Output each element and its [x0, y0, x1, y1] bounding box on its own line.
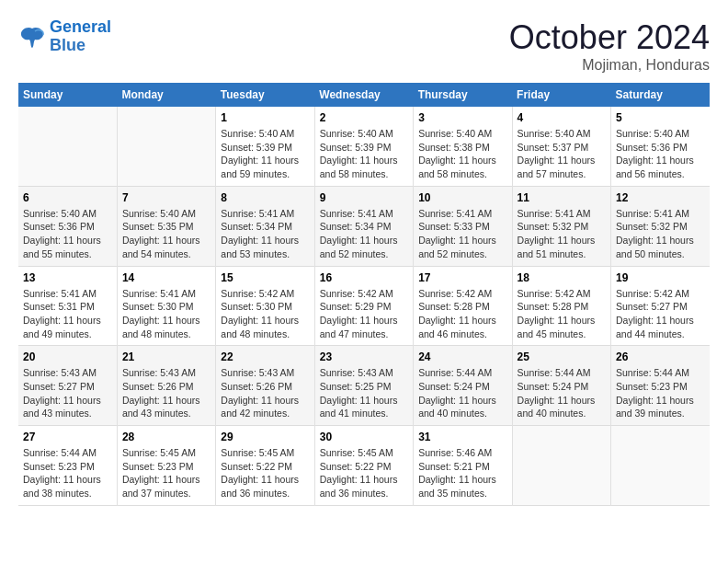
day-number: 20 [23, 350, 112, 363]
calendar-cell: 19 Sunrise: 5:42 AM Sunset: 5:27 PM Dayl… [611, 266, 710, 346]
calendar-week-1: 1 Sunrise: 5:40 AM Sunset: 5:39 PM Dayli… [18, 107, 710, 186]
day-number: 19 [616, 271, 705, 284]
weekday-header-tuesday: Tuesday [216, 83, 314, 107]
calendar-cell: 5 Sunrise: 5:40 AM Sunset: 5:36 PM Dayli… [611, 107, 710, 186]
day-info: Sunrise: 5:46 AM Sunset: 5:21 PM Dayligh… [418, 446, 506, 500]
logo-text: GeneralBlue [50, 18, 111, 55]
day-number: 23 [320, 350, 408, 363]
day-number: 16 [320, 271, 408, 284]
calendar-cell: 8 Sunrise: 5:41 AM Sunset: 5:34 PM Dayli… [216, 186, 314, 266]
weekday-header-monday: Monday [117, 83, 215, 107]
day-info: Sunrise: 5:43 AM Sunset: 5:27 PM Dayligh… [23, 366, 112, 420]
calendar-cell: 4 Sunrise: 5:40 AM Sunset: 5:37 PM Dayli… [512, 107, 610, 186]
day-info: Sunrise: 5:41 AM Sunset: 5:30 PM Dayligh… [122, 287, 210, 341]
calendar-cell: 25 Sunrise: 5:44 AM Sunset: 5:24 PM Dayl… [512, 346, 610, 426]
calendar-cell: 6 Sunrise: 5:40 AM Sunset: 5:36 PM Dayli… [18, 186, 117, 266]
day-number: 10 [418, 191, 506, 204]
calendar-cell: 16 Sunrise: 5:42 AM Sunset: 5:29 PM Dayl… [314, 266, 413, 346]
calendar-cell: 9 Sunrise: 5:41 AM Sunset: 5:34 PM Dayli… [314, 186, 413, 266]
calendar-cell: 21 Sunrise: 5:43 AM Sunset: 5:26 PM Dayl… [117, 346, 215, 426]
day-number: 3 [418, 111, 506, 124]
day-info: Sunrise: 5:44 AM Sunset: 5:23 PM Dayligh… [616, 366, 705, 420]
calendar-week-2: 6 Sunrise: 5:40 AM Sunset: 5:36 PM Dayli… [18, 186, 710, 266]
day-info: Sunrise: 5:40 AM Sunset: 5:36 PM Dayligh… [616, 127, 705, 181]
day-info: Sunrise: 5:45 AM Sunset: 5:22 PM Dayligh… [320, 446, 408, 500]
location-title: Mojiman, Honduras [509, 57, 710, 74]
calendar-cell: 28 Sunrise: 5:45 AM Sunset: 5:23 PM Dayl… [117, 426, 215, 506]
day-number: 25 [518, 350, 606, 363]
day-info: Sunrise: 5:44 AM Sunset: 5:23 PM Dayligh… [23, 446, 112, 500]
calendar-cell: 17 Sunrise: 5:42 AM Sunset: 5:28 PM Dayl… [414, 266, 512, 346]
calendar-cell: 29 Sunrise: 5:45 AM Sunset: 5:22 PM Dayl… [216, 426, 314, 506]
calendar-cell: 1 Sunrise: 5:40 AM Sunset: 5:39 PM Dayli… [216, 107, 314, 186]
day-info: Sunrise: 5:40 AM Sunset: 5:36 PM Dayligh… [23, 207, 112, 261]
calendar-cell: 27 Sunrise: 5:44 AM Sunset: 5:23 PM Dayl… [18, 426, 117, 506]
day-info: Sunrise: 5:43 AM Sunset: 5:25 PM Dayligh… [320, 366, 408, 420]
calendar-cell: 14 Sunrise: 5:41 AM Sunset: 5:30 PM Dayl… [117, 266, 215, 346]
day-number: 15 [221, 271, 309, 284]
day-info: Sunrise: 5:42 AM Sunset: 5:30 PM Dayligh… [221, 287, 309, 341]
logo: GeneralBlue [18, 18, 111, 55]
day-info: Sunrise: 5:43 AM Sunset: 5:26 PM Dayligh… [122, 366, 210, 420]
day-number: 4 [518, 111, 606, 124]
day-info: Sunrise: 5:41 AM Sunset: 5:32 PM Dayligh… [518, 207, 606, 261]
calendar-cell [512, 426, 610, 506]
calendar-cell: 15 Sunrise: 5:42 AM Sunset: 5:30 PM Dayl… [216, 266, 314, 346]
calendar-cell: 20 Sunrise: 5:43 AM Sunset: 5:27 PM Dayl… [18, 346, 117, 426]
calendar-cell: 3 Sunrise: 5:40 AM Sunset: 5:38 PM Dayli… [414, 107, 512, 186]
day-info: Sunrise: 5:42 AM Sunset: 5:28 PM Dayligh… [418, 287, 506, 341]
calendar-cell: 2 Sunrise: 5:40 AM Sunset: 5:39 PM Dayli… [314, 107, 413, 186]
day-number: 30 [320, 431, 408, 443]
day-info: Sunrise: 5:41 AM Sunset: 5:34 PM Dayligh… [320, 207, 408, 261]
weekday-header-sunday: Sunday [18, 83, 117, 107]
header: GeneralBlue October 2024 Mojiman, Hondur… [18, 18, 710, 74]
day-number: 17 [418, 271, 506, 284]
day-info: Sunrise: 5:44 AM Sunset: 5:24 PM Dayligh… [418, 366, 506, 420]
calendar-week-3: 13 Sunrise: 5:41 AM Sunset: 5:31 PM Dayl… [18, 266, 710, 346]
day-number: 14 [122, 271, 210, 284]
day-info: Sunrise: 5:41 AM Sunset: 5:32 PM Dayligh… [616, 207, 705, 261]
day-number: 11 [518, 191, 606, 204]
calendar-cell: 7 Sunrise: 5:40 AM Sunset: 5:35 PM Dayli… [117, 186, 215, 266]
calendar-cell: 13 Sunrise: 5:41 AM Sunset: 5:31 PM Dayl… [18, 266, 117, 346]
calendar-cell [18, 107, 117, 186]
day-number: 27 [23, 431, 112, 443]
title-area: October 2024 Mojiman, Honduras [509, 18, 710, 74]
day-info: Sunrise: 5:43 AM Sunset: 5:26 PM Dayligh… [221, 366, 309, 420]
calendar-cell: 12 Sunrise: 5:41 AM Sunset: 5:32 PM Dayl… [611, 186, 710, 266]
day-info: Sunrise: 5:41 AM Sunset: 5:31 PM Dayligh… [23, 287, 112, 341]
day-info: Sunrise: 5:42 AM Sunset: 5:28 PM Dayligh… [518, 287, 606, 341]
header-row: SundayMondayTuesdayWednesdayThursdayFrid… [18, 83, 710, 107]
day-info: Sunrise: 5:40 AM Sunset: 5:39 PM Dayligh… [320, 127, 408, 181]
day-number: 1 [221, 111, 309, 124]
day-number: 26 [616, 350, 705, 363]
day-number: 29 [221, 431, 309, 443]
calendar-cell: 10 Sunrise: 5:41 AM Sunset: 5:33 PM Dayl… [414, 186, 512, 266]
calendar-week-4: 20 Sunrise: 5:43 AM Sunset: 5:27 PM Dayl… [18, 346, 710, 426]
calendar-week-5: 27 Sunrise: 5:44 AM Sunset: 5:23 PM Dayl… [18, 426, 710, 506]
day-info: Sunrise: 5:42 AM Sunset: 5:27 PM Dayligh… [616, 287, 705, 341]
day-number: 21 [122, 350, 210, 363]
day-info: Sunrise: 5:40 AM Sunset: 5:38 PM Dayligh… [418, 127, 506, 181]
day-number: 8 [221, 191, 309, 204]
month-title: October 2024 [509, 18, 710, 57]
calendar-cell: 23 Sunrise: 5:43 AM Sunset: 5:25 PM Dayl… [314, 346, 413, 426]
calendar-cell: 22 Sunrise: 5:43 AM Sunset: 5:26 PM Dayl… [216, 346, 314, 426]
day-info: Sunrise: 5:41 AM Sunset: 5:33 PM Dayligh… [418, 207, 506, 261]
calendar-cell: 11 Sunrise: 5:41 AM Sunset: 5:32 PM Dayl… [512, 186, 610, 266]
day-info: Sunrise: 5:45 AM Sunset: 5:22 PM Dayligh… [221, 446, 309, 500]
weekday-header-thursday: Thursday [414, 83, 512, 107]
day-number: 28 [122, 431, 210, 443]
calendar-cell [611, 426, 710, 506]
weekday-header-saturday: Saturday [611, 83, 710, 107]
day-number: 31 [418, 431, 506, 443]
day-info: Sunrise: 5:40 AM Sunset: 5:35 PM Dayligh… [122, 207, 210, 261]
day-number: 18 [518, 271, 606, 284]
day-info: Sunrise: 5:44 AM Sunset: 5:24 PM Dayligh… [518, 366, 606, 420]
day-number: 22 [221, 350, 309, 363]
calendar-cell: 26 Sunrise: 5:44 AM Sunset: 5:23 PM Dayl… [611, 346, 710, 426]
day-number: 9 [320, 191, 408, 204]
logo-icon [18, 24, 46, 50]
day-number: 7 [122, 191, 210, 204]
day-info: Sunrise: 5:40 AM Sunset: 5:39 PM Dayligh… [221, 127, 309, 181]
